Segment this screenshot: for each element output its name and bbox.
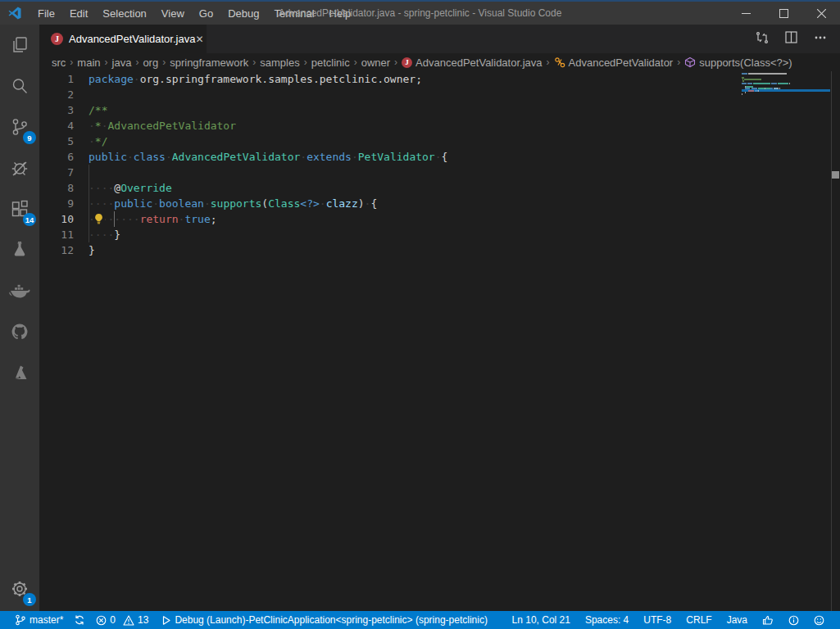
code-line-8[interactable]: 8····@Override [39,180,840,196]
class-symbol-icon [554,57,565,68]
status-sync[interactable] [70,611,89,629]
activity-item-github[interactable] [0,311,39,352]
menu-item-debug[interactable]: Debug [220,2,266,25]
menu-item-edit[interactable]: Edit [62,2,95,25]
close-icon[interactable] [802,2,840,25]
minimize-icon[interactable] [727,2,765,25]
error-count: 0 [110,614,116,626]
activity-item-debug[interactable] [0,147,39,188]
breadcrumb-label: springframework [170,57,248,69]
breadcrumb-separator: › [70,57,73,68]
code-line-9[interactable]: 9····public·boolean·supports(Class<?>·cl… [39,196,840,211]
manage-settings-button[interactable]: 1 [0,568,39,609]
tab-bar: J AdvancedPetValidator.java ✕ [39,25,840,53]
language-label: Java [727,614,747,626]
azure-icon [9,362,30,383]
cursor-position-label: Ln 10, Col 21 [512,614,570,626]
breadcrumb-separator: › [547,57,550,68]
breadcrumb-item-springframework[interactable]: springframework [170,57,248,69]
status-problems[interactable]: 0 13 [89,611,155,629]
activity-item-source-control[interactable]: 9 [0,106,39,147]
breadcrumb-item-org[interactable]: org [143,57,158,69]
overview-cursor-marker [832,171,839,179]
maximize-icon[interactable] [765,2,802,25]
branch-label: master* [30,614,63,626]
github-icon [9,321,30,342]
indent-guide [89,180,89,196]
more-actions-icon[interactable] [814,31,827,48]
code-line-6[interactable]: 6public·class·AdvancedPetValidator·exten… [39,149,840,165]
line-number: 3 [39,102,74,118]
java-file-icon: J [402,57,412,68]
line-number: 11 [39,227,74,242]
breadcrumb-item-advancedpetvalidator[interactable]: AdvancedPetValidator [554,57,674,69]
breadcrumb-separator: › [304,57,307,68]
status-language[interactable]: Java [720,611,755,629]
test-icon [9,239,30,260]
breadcrumb-item-src[interactable]: src [52,57,66,69]
status-eol[interactable]: CRLF [679,611,719,629]
menu-item-file[interactable]: File [30,2,62,25]
status-indentation[interactable]: Spaces: 4 [578,611,636,629]
indent-guide [89,211,89,227]
indentation-label: Spaces: 4 [585,614,629,626]
code-line-text [74,165,89,180]
debug-launch-label: Debug (Launch)-PetClinicApplication<spri… [175,614,488,626]
status-git-branch[interactable]: master* [8,611,70,629]
activity-item-extensions[interactable]: 14 [0,188,39,229]
menu-item-help[interactable]: Help [322,2,359,25]
breadcrumb-label: petclinic [311,57,350,69]
menu-item-terminal[interactable]: Terminal [266,2,321,25]
status-cursor-position[interactable]: Ln 10, Col 21 [505,611,578,629]
menu-item-go[interactable]: Go [192,2,220,25]
line-number: 10 [39,211,74,227]
breadcrumb: src›main›java›org›springframework›sample… [39,53,840,71]
code-line-4[interactable]: 4·*·AdvancedPetValidator [39,118,840,133]
breadcrumb-item-samples[interactable]: samples [260,57,299,69]
line-number: 5 [39,133,74,149]
minimap[interactable] [742,73,830,237]
lightbulb-icon[interactable] [93,213,105,225]
status-feedback[interactable] [806,611,832,629]
code-editor[interactable]: 1package·org.springframework.samples.pet… [39,71,840,611]
breadcrumb-item-java[interactable]: java [112,57,132,69]
overview-ruler [831,71,832,611]
status-debug-launch[interactable]: Debug (Launch)-PetClinicApplication<spri… [155,611,494,629]
menu-item-view[interactable]: View [154,2,192,25]
code-line-text: /** [74,102,107,118]
code-line-2[interactable]: 2 [39,87,840,102]
breadcrumb-separator: › [135,57,138,68]
code-line-7[interactable]: 7 [39,165,840,180]
code-line-10[interactable]: 10········return·true; [39,211,840,227]
code-line-12[interactable]: 12} [39,242,840,258]
breadcrumb-item-petclinic[interactable]: petclinic [311,57,350,69]
feedback-smiley-icon [814,615,824,626]
activity-item-test[interactable] [0,229,39,270]
status-encoding[interactable]: UTF-8 [636,611,679,629]
menu-bar: FileEditSelectionViewGoDebugTerminalHelp [30,2,358,25]
breadcrumb-item-supports-class-[interactable]: supports(Class<?>) [684,57,792,69]
open-changes-icon[interactable] [756,31,769,48]
tab-advancedpetvalidator[interactable]: J AdvancedPetValidator.java ✕ [39,25,207,53]
activity-item-azure[interactable] [0,352,39,393]
status-java-mode[interactable] [755,611,781,629]
code-line-5[interactable]: 5·*/ [39,133,840,149]
breadcrumb-item-main[interactable]: main [77,57,100,69]
code-line-11[interactable]: 11····} [39,227,840,242]
activity-item-explorer[interactable] [0,25,39,66]
encoding-label: UTF-8 [643,614,671,626]
indent-guide [89,165,89,180]
activity-item-search[interactable] [0,66,39,106]
activity-item-docker[interactable] [0,270,39,311]
breadcrumb-item-advancedpetvalidator-java[interactable]: JAdvancedPetValidator.java [402,57,542,69]
code-line-1[interactable]: 1package·org.springframework.samples.pet… [39,71,840,87]
status-info[interactable] [781,611,806,629]
breadcrumb-separator: › [252,57,256,68]
code-line-3[interactable]: 3/** [39,102,840,118]
split-editor-icon[interactable] [785,31,797,47]
tab-close-icon[interactable]: ✕ [195,34,203,45]
breadcrumb-separator: › [677,57,680,68]
breadcrumb-item-owner[interactable]: owner [361,57,390,69]
breadcrumb-separator: › [354,57,357,68]
menu-item-selection[interactable]: Selection [95,2,153,25]
